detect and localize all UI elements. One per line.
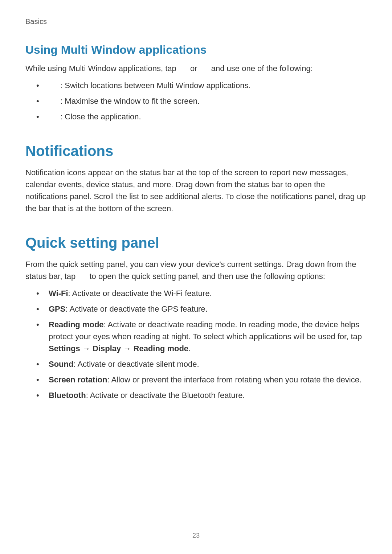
- list-item: Screen rotation: Allow or prevent the in…: [36, 374, 367, 386]
- qs-path-settings: Settings: [49, 344, 80, 353]
- arrow-icon: →: [121, 344, 133, 353]
- qs-term: Reading mode: [49, 320, 104, 329]
- page-header-chapter: Basics: [25, 17, 367, 26]
- list-item: : Switch locations between Multi Window …: [36, 79, 367, 91]
- list-item: : Maximise the window to fit the screen.: [36, 95, 367, 107]
- list-item-text: : Maximise the window to fit the screen.: [58, 97, 200, 106]
- list-item: Wi-Fi: Activate or deactivate the Wi-Fi …: [36, 287, 367, 299]
- qs-term: GPS: [49, 304, 65, 313]
- intro-text-part2: or: [188, 64, 200, 73]
- qs-term: Bluetooth: [49, 391, 86, 400]
- qs-desc: : Activate or deactivate silent mode.: [73, 360, 199, 369]
- qs-desc: : Activate or deactivate the Wi-Fi featu…: [68, 289, 212, 298]
- multiwindow-list: : Switch locations between Multi Window …: [25, 79, 367, 123]
- qs-tail: .: [188, 344, 191, 353]
- qs-intro-part2: to open the quick setting panel, and the…: [87, 272, 325, 281]
- intro-text-part3: and use one of the following:: [209, 64, 313, 73]
- list-item-text: : Close the application.: [58, 112, 141, 121]
- page-number: 23: [0, 532, 392, 539]
- list-item: Bluetooth: Activate or deactivate the Bl…: [36, 389, 367, 401]
- quicksetting-list: Wi-Fi: Activate or deactivate the Wi-Fi …: [25, 287, 367, 401]
- notifications-paragraph: Notification icons appear on the status …: [25, 167, 367, 214]
- multiwindow-intro: While using Multi Window applications, t…: [25, 62, 367, 74]
- qs-term: Wi-Fi: [49, 289, 68, 298]
- qs-term: Screen rotation: [49, 375, 107, 384]
- qs-term: Sound: [49, 360, 73, 369]
- qs-desc: : Activate or deactivate the Bluetooth f…: [86, 391, 245, 400]
- list-item: : Close the application.: [36, 111, 367, 123]
- qs-desc: : Allow or prevent the interface from ro…: [107, 375, 362, 384]
- qs-path-display: Display: [93, 344, 121, 353]
- list-item-text: : Switch locations between Multi Window …: [58, 81, 251, 90]
- quicksetting-intro: From the quick setting panel, you can vi…: [25, 258, 367, 282]
- list-item: Reading mode: Activate or deactivate rea…: [36, 319, 367, 354]
- section-heading-multiwindow: Using Multi Window applications: [25, 43, 367, 57]
- arrow-icon: →: [80, 344, 93, 353]
- section-heading-notifications: Notifications: [25, 143, 367, 159]
- intro-text-part1: While using Multi Window applications, t…: [25, 64, 179, 73]
- section-heading-quicksetting: Quick setting panel: [25, 235, 367, 251]
- list-item: GPS: Activate or deactivate the GPS feat…: [36, 303, 367, 315]
- list-item: Sound: Activate or deactivate silent mod…: [36, 358, 367, 370]
- qs-path-readingmode: Reading mode: [134, 344, 189, 353]
- qs-desc: : Activate or deactivate the GPS feature…: [65, 304, 207, 313]
